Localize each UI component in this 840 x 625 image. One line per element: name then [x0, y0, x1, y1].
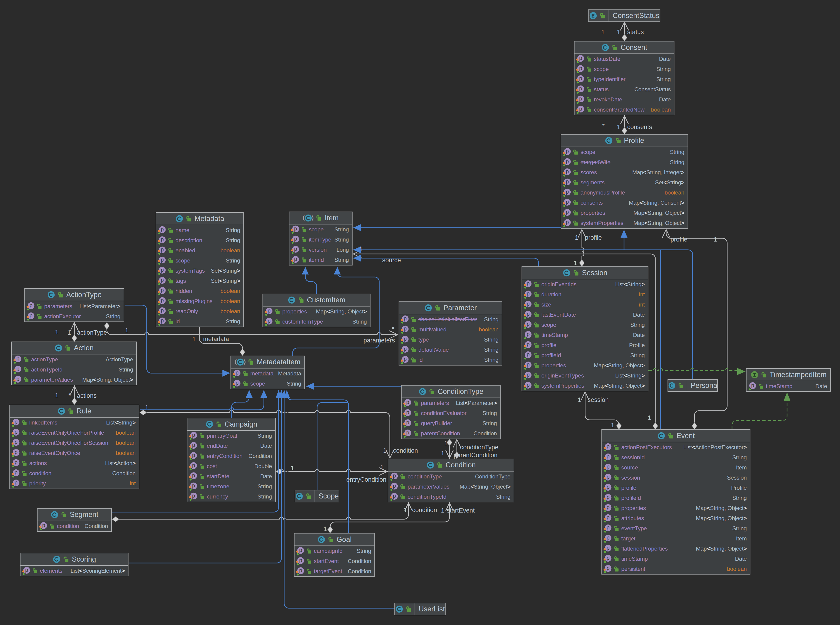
svg-text:1: 1 [573, 260, 577, 266]
svg-text:1: 1 [380, 464, 384, 471]
svg-text:*: * [68, 392, 71, 399]
svg-text:1: 1 [192, 336, 196, 342]
svg-text:*: * [602, 123, 604, 129]
svg-text:1: 1 [291, 465, 294, 471]
svg-text:parameters: parameters [363, 337, 395, 344]
svg-text:profile: profile [671, 236, 688, 243]
svg-text:1: 1 [383, 447, 387, 454]
svg-text:1: 1 [125, 327, 129, 334]
svg-text:condition: condition [393, 447, 418, 454]
svg-text:actions: actions [77, 392, 97, 399]
svg-text:consents: consents [627, 124, 652, 131]
svg-text:1: 1 [55, 392, 59, 399]
svg-text:status: status [627, 29, 644, 36]
svg-text:1: 1 [444, 440, 448, 447]
svg-text:session: session [587, 396, 609, 403]
svg-text:metadata: metadata [203, 336, 229, 342]
svg-text:actionType: actionType [77, 329, 107, 336]
svg-text:1: 1 [617, 124, 620, 131]
svg-text:1: 1 [611, 422, 614, 429]
svg-text:parentCondition: parentCondition [454, 452, 497, 459]
svg-text:1: 1 [617, 29, 620, 36]
svg-text:1: 1 [714, 236, 717, 243]
svg-text:entryCondition: entryCondition [346, 476, 386, 483]
svg-text:1: 1 [359, 246, 363, 253]
svg-text:1: 1 [404, 507, 407, 513]
svg-text:1: 1 [441, 507, 445, 514]
svg-text:1: 1 [575, 234, 578, 241]
svg-text:profile: profile [585, 234, 602, 241]
svg-text:1: 1 [324, 525, 327, 532]
svg-text:*: * [392, 325, 394, 332]
svg-text:startEvent: startEvent [447, 507, 475, 514]
svg-text:source: source [382, 257, 401, 264]
svg-text:conditionType: conditionType [460, 444, 499, 451]
svg-text:1: 1 [55, 329, 59, 336]
svg-text:1: 1 [648, 414, 651, 421]
svg-text:1: 1 [67, 329, 71, 336]
svg-text:1: 1 [601, 29, 604, 36]
svg-text:1: 1 [145, 404, 149, 410]
svg-text:condition: condition [412, 507, 437, 513]
svg-text:1: 1 [578, 396, 581, 403]
svg-text:1: 1 [441, 450, 445, 457]
